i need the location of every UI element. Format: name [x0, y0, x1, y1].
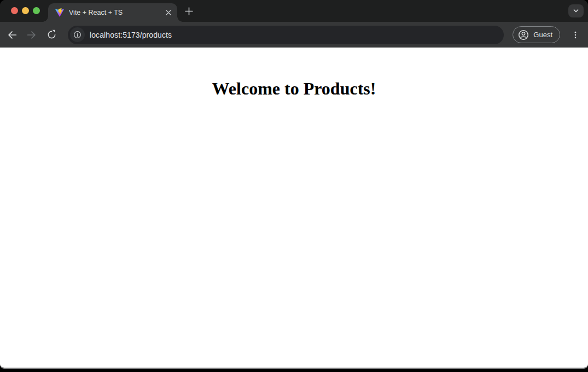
- close-tab-icon[interactable]: [164, 8, 173, 17]
- close-window-button[interactable]: [11, 7, 18, 14]
- browser-tab-active[interactable]: Vite + React + TS: [48, 3, 177, 22]
- zoom-window-button[interactable]: [33, 7, 40, 14]
- page-heading: Welcome to Products!: [0, 48, 588, 99]
- reload-icon[interactable]: [43, 26, 60, 44]
- browser-window: Vite + React + TS: [0, 0, 588, 369]
- profile-guest-button[interactable]: Guest: [513, 26, 560, 43]
- guest-label: Guest: [533, 31, 552, 39]
- tab-search-chevron-icon[interactable]: [568, 4, 584, 17]
- address-bar[interactable]: localhost:5173/products: [68, 26, 504, 44]
- tab-strip: Vite + React + TS: [0, 0, 588, 22]
- url-text[interactable]: localhost:5173/products: [90, 31, 172, 39]
- site-info-icon[interactable]: [70, 27, 85, 42]
- tab-title: Vite + React + TS: [69, 9, 164, 16]
- forward-icon[interactable]: [23, 26, 40, 44]
- browser-toolbar: localhost:5173/products Guest: [0, 22, 588, 48]
- web-page-content: Welcome to Products!: [0, 48, 588, 368]
- guest-avatar-icon: [517, 29, 529, 41]
- vite-favicon-icon: [55, 8, 64, 17]
- browser-menu-kebab-icon[interactable]: [568, 27, 583, 43]
- back-icon[interactable]: [3, 26, 21, 44]
- new-tab-button[interactable]: [182, 4, 196, 18]
- traffic-lights: [11, 7, 40, 14]
- minimize-window-button[interactable]: [22, 7, 29, 14]
